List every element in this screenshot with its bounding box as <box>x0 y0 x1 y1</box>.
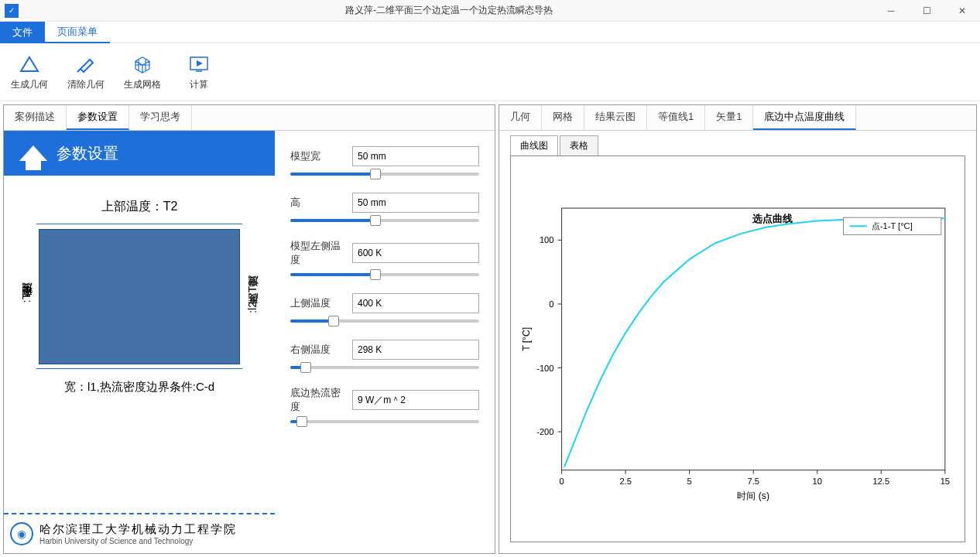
tab-param-set[interactable]: 参数设置 <box>67 105 129 130</box>
tab-bottom-curve[interactable]: 底边中点温度曲线 <box>753 105 856 130</box>
param-label-height: 高 <box>290 196 348 210</box>
svg-text:100: 100 <box>540 235 554 244</box>
param-label-t_left: 模型左侧温度 <box>290 239 348 267</box>
svg-text:15: 15 <box>941 477 950 486</box>
tab-case-desc[interactable]: 案例描述 <box>4 105 67 130</box>
param-width: 模型宽 <box>290 146 479 176</box>
param-input-height[interactable] <box>352 193 479 213</box>
app-icon: ✓ <box>5 4 19 18</box>
svg-text:时间 (s): 时间 (s) <box>737 490 769 501</box>
param-slider-width[interactable] <box>290 173 479 176</box>
play-icon <box>188 53 210 75</box>
param-slider-t_top[interactable] <box>290 320 479 323</box>
triangle-icon <box>19 53 40 75</box>
param-input-width[interactable] <box>352 146 479 166</box>
university-logo: ◉ 哈尔滨理工大学机械动力工程学院 Harbin University of S… <box>4 519 275 553</box>
param-label-t_right: 右侧温度 <box>290 343 348 357</box>
subtab-table[interactable]: 表格 <box>560 135 598 155</box>
param-input-t_right[interactable] <box>352 340 479 360</box>
svg-text:10: 10 <box>813 477 822 486</box>
svg-text:-200: -200 <box>536 427 553 436</box>
tab-geom[interactable]: 几何 <box>499 105 542 130</box>
param-t_top: 上侧温度 <box>290 293 479 323</box>
logo-icon: ◉ <box>10 522 33 545</box>
tab-study[interactable]: 学习思考 <box>129 105 192 130</box>
ribbon-clear-geom[interactable]: 清除几何 <box>64 53 107 91</box>
param-input-t_top[interactable] <box>352 293 479 313</box>
titlebar: ✓ 路义萍-二维平面三个边定温一个边定热流瞬态导热 ─ ☐ ✕ <box>0 0 980 22</box>
diagram-bottom-label: 宽：l1,热流密度边界条件:C-d <box>64 380 214 395</box>
param-q_bot: 底边热流密度 <box>290 386 479 423</box>
param-label-t_top: 上侧温度 <box>290 296 348 310</box>
param-t_right: 右侧温度 <box>290 340 479 369</box>
cube-mesh-icon <box>132 53 153 75</box>
tab-mesh[interactable]: 网格 <box>542 105 584 130</box>
left-tabs: 案例描述 参数设置 学习思考 <box>4 105 495 131</box>
svg-marker-0 <box>21 57 38 71</box>
svg-marker-2 <box>197 60 203 67</box>
svg-text:5: 5 <box>687 477 692 486</box>
svg-text:点-1-T [°C]: 点-1-T [°C] <box>872 221 913 231</box>
tab-vector1[interactable]: 矢量1 <box>705 105 753 130</box>
tab-contour1[interactable]: 等值线1 <box>647 105 705 130</box>
diagram-left-label: 左侧 温度:T1 <box>16 287 36 306</box>
svg-text:12.5: 12.5 <box>872 477 889 486</box>
minimize-button[interactable]: ─ <box>873 0 909 22</box>
line-chart: 02.557.51012.515-200-1000100时间 (s)T [°C]… <box>519 164 957 534</box>
menu-file[interactable]: 文件 <box>0 22 45 43</box>
param-slider-t_left[interactable] <box>290 273 479 276</box>
subtab-curve[interactable]: 曲线图 <box>510 135 558 155</box>
brush-icon <box>75 53 97 75</box>
right-tabs: 几何 网格 结果云图 等值线1 矢量1 底边中点温度曲线 <box>499 105 976 131</box>
svg-text:-100: -100 <box>536 364 553 373</box>
menu-page[interactable]: 页面菜单 <box>45 22 110 43</box>
param-slider-t_right[interactable] <box>290 366 479 369</box>
tab-result-cloud[interactable]: 结果云图 <box>584 105 647 130</box>
param-height: 高 <box>290 193 479 222</box>
ribbon: 生成几何 清除几何 生成网格 计算 <box>0 43 980 101</box>
param-t_left: 模型左侧温度 <box>290 239 479 276</box>
param-label-q_bot: 底边热流密度 <box>290 386 348 414</box>
ribbon-compute[interactable]: 计算 <box>177 53 220 91</box>
geometry-diagram: 上部温度：T2 左侧 温度:T1 高度:l2, 温度:T3 宽：l1,热流密度边… <box>4 176 275 497</box>
param-label-width: 模型宽 <box>290 149 348 163</box>
chart-area: 02.557.51012.515-200-1000100时间 (s)T [°C]… <box>510 155 965 542</box>
svg-text:0: 0 <box>559 477 564 486</box>
svg-text:2.5: 2.5 <box>619 477 631 486</box>
window-title: 路义萍-二维平面三个边定温一个边定热流瞬态导热 <box>25 4 873 17</box>
diagram-right-label: 高度:l2, 温度:T3 <box>242 280 262 313</box>
close-button[interactable]: ✕ <box>944 0 980 22</box>
home-icon <box>19 145 47 161</box>
ribbon-gen-geom[interactable]: 生成几何 <box>8 53 50 91</box>
param-input-t_left[interactable] <box>352 243 479 263</box>
param-input-q_bot[interactable] <box>352 390 479 410</box>
param-slider-height[interactable] <box>290 219 479 222</box>
ribbon-gen-mesh[interactable]: 生成网格 <box>121 53 163 91</box>
menubar: 文件 页面菜单 <box>0 22 980 43</box>
maximize-button[interactable]: ☐ <box>909 0 944 22</box>
svg-text:T [°C]: T [°C] <box>521 327 532 351</box>
diagram-top-label: 上部温度：T2 <box>101 199 178 215</box>
svg-rect-4 <box>562 208 945 470</box>
svg-text:0: 0 <box>549 299 553 309</box>
svg-text:7.5: 7.5 <box>747 477 759 486</box>
param-header: 参数设置 <box>4 131 275 176</box>
svg-text:选点曲线: 选点曲线 <box>752 213 793 224</box>
param-slider-q_bot[interactable] <box>290 420 479 423</box>
sub-tabs: 曲线图 表格 <box>499 131 976 155</box>
